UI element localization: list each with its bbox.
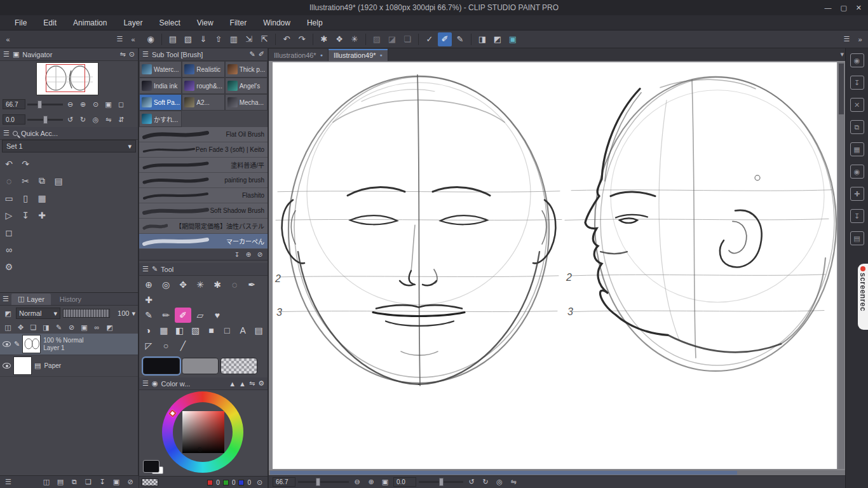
new-file-icon[interactable]: ▤ [166, 32, 180, 46]
navigator-rotate-reset-icon[interactable]: ◎ [90, 114, 101, 125]
color-tab-up2-icon[interactable]: ▲ [239, 380, 246, 388]
navigator-thumbnail[interactable] [37, 63, 98, 95]
tab-history[interactable]: History [53, 294, 88, 305]
saturation-value-box[interactable] [182, 411, 224, 453]
menu-help[interactable]: Help [299, 15, 331, 30]
collapse-left-icon[interactable]: « [3, 34, 13, 44]
subtool-edit-icon[interactable]: ✎ [250, 50, 255, 58]
workspace-panel-icon[interactable]: ▣ [506, 32, 520, 46]
gradient-tool-icon[interactable]: ▧ [188, 323, 203, 338]
vertical-scrollbar[interactable] [838, 62, 844, 469]
hand-tool-icon[interactable]: ✥ [175, 277, 191, 292]
subtool-tab-rough[interactable]: rough&... [182, 78, 224, 94]
figure-tool-icon[interactable]: ◸ [140, 338, 157, 353]
panel-toggle-swatch-icon[interactable]: ↧ [850, 76, 864, 90]
brush-row-flashito[interactable]: Flashito [139, 188, 268, 203]
brush-row-pen-fade[interactable]: Pen Fade 3 (soft) | Keitoshiero [139, 142, 268, 158]
decoration-heart-tool-icon[interactable]: ♥ [209, 308, 226, 323]
qa-play-icon[interactable]: ▷ [1, 208, 17, 223]
navigator-flip-icon[interactable]: ⇋ [120, 50, 126, 58]
subtool-tab-watercolor[interactable]: Waterc... [139, 61, 182, 78]
line-tool-icon[interactable]: ╱ [175, 338, 191, 353]
navigator-rotate-value[interactable]: 0.0 [3, 114, 25, 125]
app-logo-icon[interactable]: ◉ [144, 32, 158, 46]
ellipse-tool-icon[interactable]: ○ [158, 338, 174, 353]
status-rotate-cw-icon[interactable]: ↻ [480, 477, 491, 487]
sub-color-swatch[interactable] [182, 358, 219, 374]
layer-visibility-icon[interactable] [3, 341, 11, 347]
ruler-pen-icon[interactable]: ✎ [453, 32, 467, 46]
navigator-rotate-cw-icon[interactable]: ↻ [78, 114, 88, 125]
undo-icon[interactable]: ↶ [280, 32, 294, 46]
footer-flatten-icon[interactable]: ▣ [110, 477, 123, 488]
open-file-icon[interactable]: ▧ [181, 32, 195, 46]
footer-new-layer-icon[interactable]: ▤ [54, 477, 67, 488]
collapse-left2-icon[interactable]: « [128, 34, 139, 44]
selection-border-icon[interactable]: ❏ [400, 32, 414, 46]
qa-paste-icon[interactable]: ▤ [51, 173, 66, 189]
tool-menu-icon[interactable]: ☰ [142, 265, 149, 273]
navigator-rotate-ccw-icon[interactable]: ↺ [65, 114, 76, 125]
link-ruler-icon[interactable]: ∞ [91, 322, 103, 333]
color-tab-up1-icon[interactable]: ▲ [229, 380, 236, 388]
blend-tool-icon[interactable]: ◑ [140, 323, 156, 338]
navigator-zoom-value[interactable]: 66.7 [3, 99, 25, 109]
navigator-menu-icon[interactable]: ☰ [3, 50, 10, 58]
navigator-zoom-slider[interactable] [27, 104, 63, 105]
panel-toggle-subview-icon[interactable]: ↧ [850, 209, 864, 223]
layer-opacity-value[interactable]: 100 [112, 309, 129, 317]
navigator-rotate-slider[interactable] [27, 119, 63, 121]
deselect-icon[interactable]: ▨ [370, 32, 384, 46]
subtool-menu-icon[interactable]: ☰ [142, 50, 149, 58]
lock-layer-icon[interactable]: ⊘ [65, 322, 78, 333]
brush-row-marker-pen[interactable]: マーカーペん [139, 234, 268, 249]
navigator-zoom-100-icon[interactable]: ⊙ [90, 99, 101, 110]
paper-name[interactable]: Paper [44, 362, 61, 370]
scan-icon[interactable]: ⇱ [257, 32, 271, 46]
navigator-zoom-out-icon[interactable]: ⊖ [65, 99, 76, 110]
layer-mask-icon[interactable]: ❏ [27, 322, 39, 333]
sv-cursor[interactable] [198, 447, 202, 452]
snap-ruler-icon[interactable]: ✱ [317, 32, 331, 46]
marker-tool-icon[interactable]: ✐ [175, 308, 191, 323]
zoom-tool-icon[interactable]: ⊕ [140, 277, 157, 292]
footer-layer-mask-icon[interactable]: ❏ [82, 477, 95, 488]
eyedropper-tool-icon[interactable]: ✒ [243, 277, 260, 292]
left-panel-menu-icon[interactable]: ☰ [114, 34, 125, 44]
selection-tool-icon[interactable]: ◌ [226, 277, 243, 292]
hue-cursor[interactable] [168, 409, 177, 417]
qa-select-rect-icon[interactable]: ▭ [1, 191, 17, 206]
transfer-layer-icon[interactable]: ✥ [15, 322, 27, 333]
layer-opacity-stepper-icon[interactable]: ▾ [132, 309, 135, 318]
menu-file[interactable]: File [6, 15, 35, 30]
status-rotate-reset-icon[interactable]: ◎ [494, 477, 505, 487]
perspective-icon[interactable]: ◩ [491, 32, 505, 46]
status-zoom-value[interactable]: 66.7 [273, 477, 295, 487]
main-color-swatch[interactable] [143, 358, 180, 374]
canvas[interactable]: 2 3 [273, 62, 837, 469]
print-icon[interactable]: ▥ [227, 32, 241, 46]
fill-tool-icon[interactable]: ◧ [172, 323, 187, 338]
layer-row-layer1[interactable]: ✎ 100 % Normal Layer 1 [0, 334, 138, 355]
navigator-zoom-in-icon[interactable]: ⊕ [78, 99, 88, 110]
panel-toggle-material-icon[interactable]: ✕ [850, 98, 864, 112]
text-tool-icon[interactable]: A [235, 323, 250, 338]
color-picker-mode-icon[interactable]: ⊙ [254, 477, 265, 488]
snap-special-ruler-icon[interactable]: ❖ [332, 32, 346, 46]
navigator-zoom-slider-thumb[interactable] [37, 100, 42, 109]
navigator-option-icon[interactable]: ⊙ [129, 50, 135, 58]
navigator-flip-v-icon[interactable]: ⇵ [116, 114, 126, 125]
import-icon[interactable]: ⇲ [242, 32, 256, 46]
eraser-tool-icon[interactable]: ▱ [192, 308, 208, 323]
menu-window[interactable]: Window [255, 15, 299, 30]
pencil-tool-icon[interactable]: ✏ [158, 308, 174, 323]
subtool-tab-kasure[interactable]: かすれ... [139, 111, 182, 127]
status-flip-icon[interactable]: ⇋ [508, 477, 519, 487]
status-rotate-slider-thumb[interactable] [439, 478, 444, 486]
layer-opacity-slider[interactable] [63, 309, 110, 318]
paper-thumbnail[interactable] [14, 357, 31, 374]
qa-cut-icon[interactable]: ✂ [18, 173, 33, 189]
create-subtool-icon[interactable]: ⊕ [243, 250, 254, 259]
clip-to-layer-icon[interactable]: ◫ [2, 322, 14, 333]
paper-visibility-icon[interactable] [3, 363, 11, 369]
